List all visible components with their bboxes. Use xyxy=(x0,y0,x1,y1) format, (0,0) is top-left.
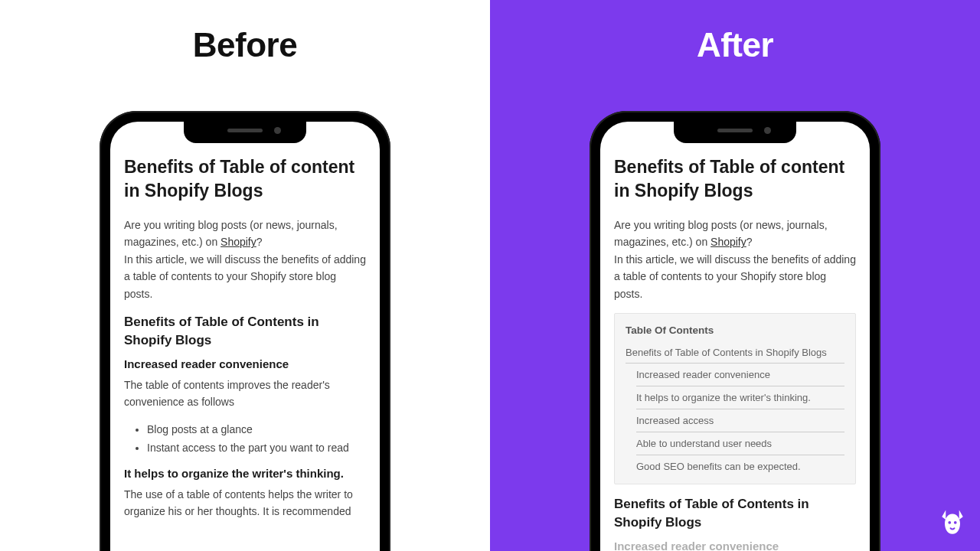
list-item: Instant access to the part you want to r… xyxy=(147,439,366,458)
intro-text: ? xyxy=(256,236,263,248)
phone-side-button xyxy=(96,218,100,256)
toc-heading: Table Of Contents xyxy=(626,324,844,336)
after-label: After xyxy=(697,26,773,64)
toc-item-l2[interactable]: Good SEO benefits can be expected. xyxy=(636,455,844,478)
article-intro: Are you writing blog posts (or news, jou… xyxy=(124,217,366,302)
phone-side-button xyxy=(390,233,394,287)
article-bullets: Blog posts at a glance Instant access to… xyxy=(124,421,366,458)
phone-side-button xyxy=(96,180,100,201)
phone-side-button xyxy=(586,180,590,201)
phone-side-button xyxy=(586,218,590,256)
phone-mock-before: Benefits of Table of content in Shopify … xyxy=(100,111,390,551)
svg-point-0 xyxy=(948,521,951,524)
intro-text-2: In this article, we will discuss the ben… xyxy=(124,253,366,300)
list-item: Blog posts at a glance xyxy=(147,421,366,439)
svg-point-1 xyxy=(954,521,957,524)
article-title: Benefits of Table of content in Shopify … xyxy=(124,155,366,203)
toc-item-l2[interactable]: It helps to organize the writer's thinki… xyxy=(636,386,844,409)
toc-item-l2[interactable]: Able to understand user needs xyxy=(636,432,844,455)
intro-text-2: In this article, we will discuss the ben… xyxy=(614,253,856,300)
phone-camera xyxy=(274,127,281,134)
toc-item-l1[interactable]: Benefits of Table of Contents in Shopify… xyxy=(626,342,844,364)
article-content-after: Benefits of Table of content in Shopify … xyxy=(600,122,870,551)
phone-camera xyxy=(764,127,771,134)
table-of-contents: Table Of Contents Benefits of Table of C… xyxy=(614,313,856,484)
dog-head-icon xyxy=(937,508,968,539)
phone-side-button xyxy=(880,233,884,287)
article-h2: Benefits of Table of Contents in Shopify… xyxy=(124,313,366,350)
phone-side-button xyxy=(96,264,100,302)
article-title: Benefits of Table of content in Shopify … xyxy=(614,155,856,203)
after-panel: After Benefits of Table of content in Sh… xyxy=(490,0,980,551)
phone-screen-before: Benefits of Table of content in Shopify … xyxy=(110,122,380,551)
toc-item-l2[interactable]: Increased reader convenience xyxy=(636,364,844,386)
toc-item-l2[interactable]: Increased access xyxy=(636,409,844,432)
article-h3-cut: Increased reader convenience xyxy=(614,540,856,551)
comparison-container: Before Benefits of Table of content in S… xyxy=(0,0,980,551)
before-panel: Before Benefits of Table of content in S… xyxy=(0,0,490,551)
phone-mock-after: Benefits of Table of content in Shopify … xyxy=(590,111,880,551)
article-paragraph: The use of a table of contents helps the… xyxy=(124,486,366,520)
phone-side-button xyxy=(586,264,590,302)
intro-text: ? xyxy=(746,236,753,248)
article-h3: It helps to organize the writer's thinki… xyxy=(124,467,366,480)
before-label: Before xyxy=(193,26,297,64)
article-content-before: Benefits of Table of content in Shopify … xyxy=(110,122,380,551)
shopify-link[interactable]: Shopify xyxy=(220,236,256,248)
article-h3: Increased reader convenience xyxy=(124,357,366,370)
phone-speaker xyxy=(227,129,263,132)
article-h2: Benefits of Table of Contents in Shopify… xyxy=(614,495,856,532)
phone-speaker xyxy=(717,129,753,132)
article-intro: Are you writing blog posts (or news, jou… xyxy=(614,217,856,302)
phone-screen-after: Benefits of Table of content in Shopify … xyxy=(600,122,870,551)
article-paragraph: The table of contents improves the reade… xyxy=(124,377,366,411)
shopify-link[interactable]: Shopify xyxy=(710,236,746,248)
